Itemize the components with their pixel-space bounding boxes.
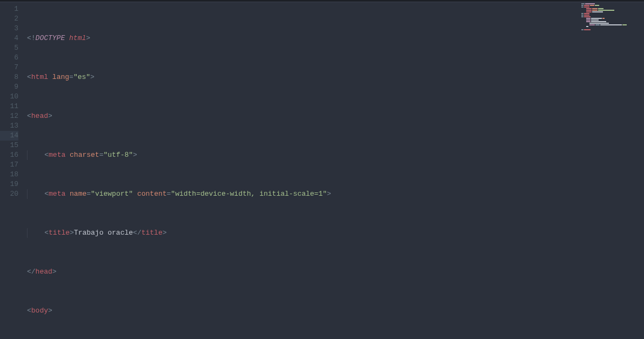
line-number: 2	[0, 14, 18, 24]
line-number: 1	[0, 4, 18, 14]
line-number: 11	[0, 102, 18, 111]
code-line[interactable]: <!DOCTYPE html>	[25, 34, 644, 43]
line-number: 13	[0, 121, 18, 131]
code-line[interactable]: <title>Trabajo oracle</title>	[25, 228, 644, 238]
editor[interactable]: 1234567891011121314151617181920 <!DOCTYP…	[0, 2, 644, 339]
line-number: 8	[0, 72, 18, 82]
line-number: 3	[0, 24, 18, 34]
code-line[interactable]: <meta name="viewport" content="width=dev…	[25, 189, 644, 199]
code-line[interactable]: <body>	[25, 306, 644, 316]
code-line[interactable]: <head>	[25, 111, 644, 121]
line-number: 5	[0, 43, 18, 53]
line-number-gutter: 1234567891011121314151617181920	[0, 2, 25, 339]
line-number: 18	[0, 170, 18, 180]
line-number: 19	[0, 180, 18, 189]
code-line[interactable]: <html lang="es">	[25, 72, 644, 82]
line-number: 20	[0, 189, 18, 199]
line-number: 15	[0, 141, 18, 150]
line-number: 17	[0, 160, 18, 170]
line-number: 16	[0, 150, 18, 160]
code-line[interactable]: <meta charset="utf-8">	[25, 150, 644, 160]
line-number: 6	[0, 53, 18, 63]
line-number: 4	[0, 34, 18, 43]
code-area[interactable]: <!DOCTYPE html> <html lang="es"> <head> …	[25, 2, 644, 339]
line-number: 7	[0, 63, 18, 72]
line-number: 9	[0, 82, 18, 92]
line-number: 12	[0, 111, 18, 121]
code-line[interactable]: </head>	[25, 267, 644, 277]
line-number: 14	[0, 131, 18, 141]
line-number: 10	[0, 92, 18, 102]
